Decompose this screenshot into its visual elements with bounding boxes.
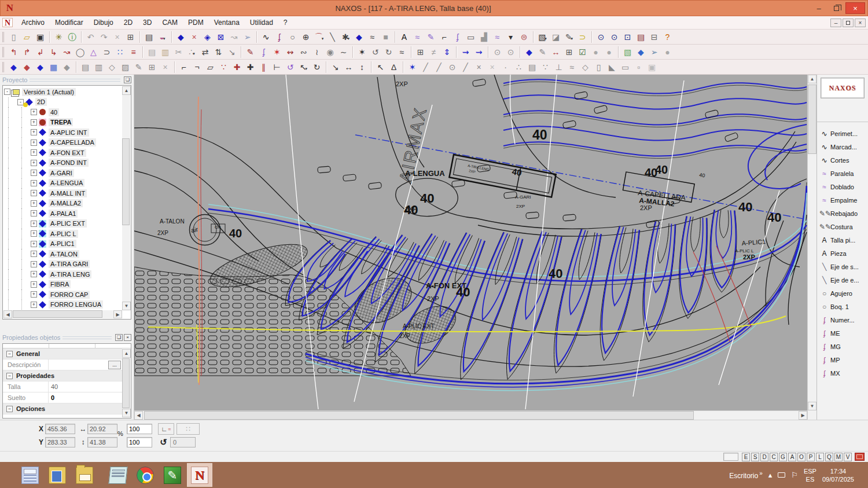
loop-right-icon[interactable]: ↻	[382, 46, 395, 58]
canvas-scroll-up[interactable]: ▲	[808, 75, 816, 83]
copy-icon[interactable]: ▤	[145, 46, 159, 58]
language-indicator[interactable]: ESPES	[804, 467, 816, 483]
tool-eje-de-s-[interactable]: ╲Eje de s...	[817, 260, 868, 273]
help-icon[interactable]: ?	[661, 31, 674, 43]
stairs-icon[interactable]: ≀	[310, 46, 323, 58]
parallel-marks-icon[interactable]: ∥	[257, 61, 270, 74]
zoom-prev-icon[interactable]: ⊙	[491, 46, 504, 58]
menu-dibujo[interactable]: Dibujo	[89, 17, 119, 28]
layer-letter-d[interactable]: D	[760, 453, 768, 461]
pen-dots-icon[interactable]: ʄ	[257, 46, 270, 58]
properties-window-icon[interactable]: ⊞	[124, 31, 137, 43]
tool-doblado[interactable]: ≈Doblado	[817, 180, 868, 193]
prop-row-talla[interactable]: Talla40	[3, 381, 122, 392]
tree-expander[interactable]: +	[31, 190, 37, 196]
smart-piece-icon[interactable]: ◆	[352, 31, 366, 43]
properties-close-button[interactable]: ×	[124, 334, 131, 341]
tree-item-a-tira-gari[interactable]: +A-TIRA GARI	[4, 259, 122, 270]
x-big-icon[interactable]: ×	[472, 61, 486, 74]
taskbar-app-calculator[interactable]	[17, 463, 43, 487]
tree-item-a-mall-int[interactable]: +A-MALL INT	[4, 188, 122, 199]
dots-diag-icon[interactable]: ∴	[512, 61, 525, 74]
open-shape-icon[interactable]: ⊃	[100, 46, 113, 58]
line-pen-1-icon[interactable]: ╱	[419, 61, 432, 74]
shape-poly-icon[interactable]: ◇	[579, 61, 592, 74]
canvas-scroll-down[interactable]: ▼	[808, 402, 816, 410]
zoom-doc-icon[interactable]: ⊙	[594, 31, 608, 43]
anchor-down-icon[interactable]: ⊥	[552, 61, 565, 74]
tree-expander[interactable]: +	[31, 149, 37, 156]
save-icon[interactable]: ▣	[34, 31, 47, 43]
zoom-out-icon[interactable]: ⊙	[608, 31, 621, 43]
layer-letter-l[interactable]: L	[816, 453, 824, 461]
layer-letter-p[interactable]: P	[807, 453, 815, 461]
tree-vthumb[interactable]	[122, 138, 130, 225]
zoom-page-icon[interactable]: ⊡	[621, 31, 634, 43]
group-collapse-icon[interactable]: −	[6, 351, 13, 357]
layers-icon[interactable]: ▤	[142, 31, 156, 43]
tree-expander[interactable]: +	[31, 180, 37, 186]
props-scroll-up[interactable]: ▲	[122, 349, 131, 358]
tree-scroll-right[interactable]: ▶	[113, 310, 122, 318]
wave-parallel-icon[interactable]: ≈	[411, 31, 424, 43]
spiral-triangle-icon[interactable]: △	[87, 46, 100, 58]
tree-scroll-up[interactable]: ▲	[122, 86, 131, 95]
tree-item-versi-n-1-actual-[interactable]: -Versión 1 (Actual)	[4, 87, 122, 97]
angle-cursor-icon[interactable]: ∆	[387, 61, 400, 74]
center-piece-icon[interactable]: ◈	[201, 31, 214, 43]
pen-node-gray-icon[interactable]: ✎	[132, 61, 145, 74]
properties-grid[interactable]: −GeneralDescripción...−PropiedadesTalla4…	[2, 343, 131, 419]
tree-item-trepa[interactable]: +TREPA	[4, 118, 122, 128]
pencil-pair-icon[interactable]: ✎▾	[562, 31, 576, 43]
tree-expander[interactable]: +	[31, 230, 37, 237]
loop-purple-icon[interactable]: ↺	[284, 61, 297, 74]
taskbar-app-naxos[interactable]: N	[187, 463, 212, 487]
box-dashed-icon[interactable]: ▫	[632, 61, 645, 74]
pen-tilt-icon[interactable]: ✎	[244, 46, 257, 58]
delete-piece-icon[interactable]: ×	[187, 31, 201, 43]
tension-2-icon[interactable]: ≈	[395, 46, 409, 58]
tree-item-a-gari[interactable]: +A-GARI	[4, 168, 122, 178]
corner-2-icon[interactable]: ↱	[20, 46, 34, 58]
tool-pieza[interactable]: APieza	[817, 247, 868, 260]
tree-expander[interactable]: +	[31, 281, 37, 288]
desktop-toolbar-label[interactable]: Escritorio»	[729, 470, 763, 480]
cursor-dd-icon[interactable]: ↖▾	[297, 61, 310, 74]
action-center-flag-icon[interactable]: ⚐	[791, 471, 798, 479]
mdi-close-button[interactable]: ×	[855, 19, 866, 27]
flip-blue-icon[interactable]: ⇕	[440, 46, 454, 58]
blob-1-icon[interactable]: ●	[589, 46, 602, 58]
drawing-canvas[interactable]: 2XPAIRMAX40A-LENGUA2XP4040A-TIRA LENG2XP…	[134, 75, 807, 410]
tree-hscrollbar[interactable]: ◀ ▶	[3, 310, 122, 318]
tool-perimet-[interactable]: ∿Perimet...	[817, 127, 868, 140]
table-tool-icon[interactable]: ⊞	[145, 61, 159, 74]
line-pen-3-icon[interactable]: ╱	[459, 61, 472, 74]
corner-1-icon[interactable]: ↰	[7, 46, 20, 58]
layer-letter-c[interactable]: C	[770, 453, 778, 461]
fit-piece-icon[interactable]: ⊠	[214, 31, 227, 43]
grid-points-button[interactable]: ∷	[176, 423, 200, 435]
strike-gray-icon[interactable]: ≠	[427, 46, 440, 58]
paste-special-icon[interactable]: ∴▾	[185, 46, 198, 58]
corner-arc-icon[interactable]: ⌐	[437, 31, 451, 43]
strike-cursor-icon[interactable]: ↘	[225, 46, 238, 58]
dash-rows-icon[interactable]: ≡	[127, 46, 140, 58]
menu-modificar[interactable]: Modificar	[50, 17, 89, 28]
tool-eje-de-e-[interactable]: ╲Eje de e...	[817, 273, 868, 287]
set-square-icon[interactable]: ◣	[605, 61, 619, 74]
pen-line-icon[interactable]: ✎	[424, 31, 437, 43]
toolbar-grip[interactable]	[2, 62, 4, 72]
link-diamond-icon[interactable]: ◇	[105, 61, 119, 74]
prop-value[interactable]: 0	[48, 392, 122, 403]
tree-item-fibra[interactable]: +FIBRA	[4, 280, 122, 290]
blob-2-icon[interactable]: ●	[602, 46, 616, 58]
canvas-scroll-left[interactable]: ◀	[134, 411, 143, 420]
line-pen-2-icon[interactable]: ╱	[432, 61, 446, 74]
tree-expander[interactable]: +	[31, 302, 37, 308]
tool-mg[interactable]: ʄMG	[817, 340, 868, 353]
tool-marcad-[interactable]: ∿Marcad...	[817, 140, 868, 153]
tree-expander[interactable]: +	[31, 261, 37, 267]
menu-utilidad[interactable]: Utilidad	[245, 17, 278, 28]
prop-row-descripci-n[interactable]: Descripción...	[3, 359, 122, 370]
cross-marks-icon[interactable]: ✚	[230, 61, 244, 74]
